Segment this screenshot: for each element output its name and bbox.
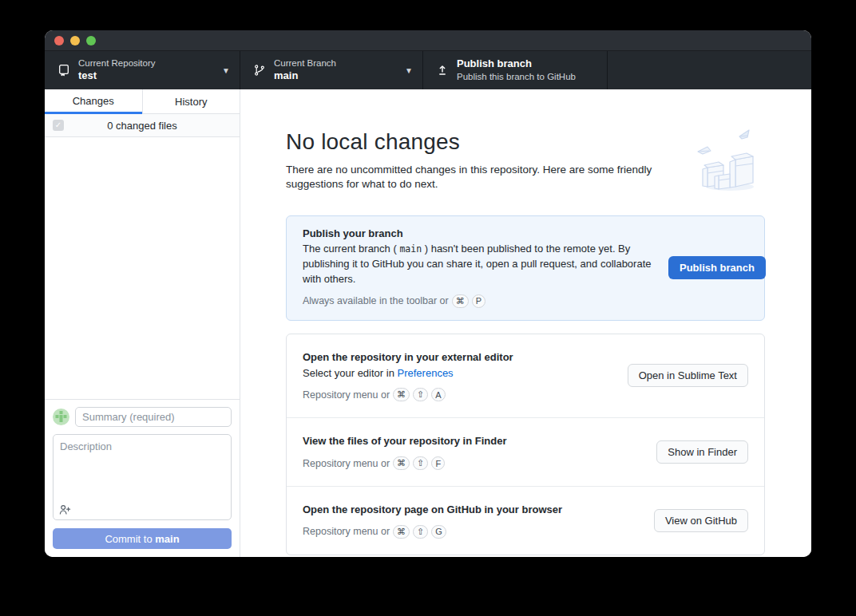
close-button[interactable] — [54, 36, 64, 45]
tab-history[interactable]: History — [142, 89, 240, 114]
github-desktop-window: Current Repository test ▼ Current Branch… — [45, 30, 811, 557]
shift-key: ⇧ — [413, 456, 428, 470]
hint-text: Repository menu or — [303, 389, 390, 401]
commit-form: Commit to main — [45, 399, 240, 557]
editor-select-line: Select your editor in Preferences — [303, 365, 615, 381]
commit-button-prefix: Commit to — [105, 533, 155, 545]
line2-text: Select your editor in — [303, 367, 398, 379]
commit-button[interactable]: Commit to main — [53, 528, 232, 549]
content: Changes History ✓ 0 changed files — [45, 89, 811, 557]
titlebar — [45, 30, 811, 51]
publish-branch-card: Publish your branch The current branch (… — [286, 215, 765, 320]
suggestion-open-editor: Open the repository in your external edi… — [287, 334, 764, 417]
key-g: G — [431, 525, 446, 539]
suggestion-view-github: Open the repository page on GitHub in yo… — [287, 486, 764, 555]
hint-text: Repository menu or — [303, 526, 390, 537]
sidebar: Changes History ✓ 0 changed files — [45, 89, 240, 557]
cmd-key: ⌘ — [393, 456, 410, 470]
description-input[interactable] — [53, 434, 232, 520]
key-p: P — [472, 294, 485, 308]
publish-card-body: The current branch ( main ) hasn't been … — [303, 242, 654, 287]
shift-key: ⇧ — [413, 388, 428, 401]
cmd-key: ⌘ — [393, 388, 410, 401]
traffic-lights — [54, 36, 96, 45]
preferences-link[interactable]: Preferences — [398, 367, 454, 379]
add-coauthor-icon[interactable] — [59, 504, 71, 515]
show-in-finder-button[interactable]: Show in Finder — [656, 440, 748, 464]
page-subtitle: There are no uncommitted changes in this… — [286, 163, 695, 192]
publish-branch-toolbar-button[interactable]: Publish branch Publish this branch to Gi… — [423, 51, 608, 89]
view-on-github-button[interactable]: View on GitHub — [654, 509, 748, 532]
suggestion-title: Open the repository page on GitHub in yo… — [303, 503, 641, 518]
publish-toolbar-title: Publish branch — [457, 57, 597, 71]
zoom-button[interactable] — [86, 36, 96, 45]
publish-body-pre: The current branch ( — [303, 243, 399, 255]
publish-toolbar-subtitle: Publish this branch to GitHub — [457, 71, 597, 83]
publish-card-title: Publish your branch — [303, 227, 654, 242]
suggestion-title: Open the repository in your external edi… — [303, 350, 615, 365]
changed-files-row: ✓ 0 changed files — [45, 114, 240, 137]
repo-icon — [57, 64, 70, 77]
upload-icon — [436, 64, 449, 77]
repo-selector-value: test — [78, 69, 214, 83]
current-branch-selector[interactable]: Current Branch main ▼ — [240, 51, 423, 89]
select-all-checkbox[interactable]: ✓ — [53, 120, 64, 131]
suggestions-card: Open the repository in your external edi… — [286, 334, 765, 555]
git-branch-icon — [253, 64, 266, 77]
cmd-key: ⌘ — [393, 525, 410, 539]
avatar — [53, 409, 69, 425]
sidebar-tabs: Changes History — [45, 89, 240, 114]
minimize-button[interactable] — [70, 36, 80, 45]
chevron-down-icon: ▼ — [405, 66, 413, 75]
no-local-changes-panel: No local changes There are no uncommitte… — [240, 89, 811, 557]
publish-branch-button[interactable]: Publish branch — [668, 256, 766, 279]
blank-slate-illustration — [692, 126, 765, 198]
key-f: F — [431, 456, 445, 470]
current-repository-selector[interactable]: Current Repository test ▼ — [45, 51, 240, 89]
hint-text: Always available in the toolbar or — [303, 295, 449, 306]
editor-shortcut-hint: Repository menu or ⌘ ⇧ A — [303, 388, 615, 401]
branch-name-code: main — [399, 243, 422, 255]
commit-button-branch: main — [155, 533, 179, 545]
shift-key: ⇧ — [413, 525, 428, 539]
key-a: A — [431, 388, 445, 401]
branch-selector-value: main — [274, 69, 397, 83]
changed-files-count: 0 changed files — [107, 120, 176, 132]
tab-changes[interactable]: Changes — [45, 89, 142, 114]
cmd-key: ⌘ — [452, 294, 469, 308]
hint-text: Repository menu or — [303, 458, 390, 469]
publish-shortcut-hint: Always available in the toolbar or ⌘ P — [303, 294, 654, 308]
finder-shortcut-hint: Repository menu or ⌘ ⇧ F — [303, 456, 644, 470]
suggestion-show-finder: View the files of your repository in Fin… — [287, 417, 764, 486]
changes-list-empty — [45, 137, 240, 399]
summary-input[interactable] — [75, 407, 232, 427]
chevron-down-icon: ▼ — [222, 66, 230, 75]
toolbar: Current Repository test ▼ Current Branch… — [45, 51, 811, 89]
repo-selector-label: Current Repository — [78, 57, 214, 69]
branch-selector-label: Current Branch — [274, 57, 397, 69]
github-shortcut-hint: Repository menu or ⌘ ⇧ G — [303, 525, 641, 539]
suggestion-title: View the files of your repository in Fin… — [303, 434, 644, 449]
open-in-sublime-button[interactable]: Open in Sublime Text — [628, 364, 748, 387]
